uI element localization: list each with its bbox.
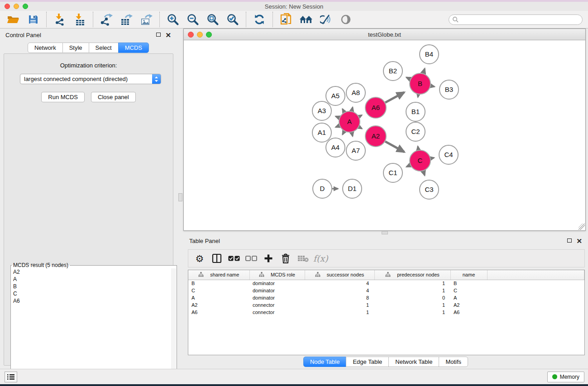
result-item-C[interactable]: C: [11, 290, 177, 297]
zoom-fit-button[interactable]: [205, 12, 220, 27]
table-row-B[interactable]: Bdominator41B: [188, 280, 584, 287]
cell[interactable]: A6: [450, 309, 487, 316]
graph-edge-A2-C[interactable]: [385, 142, 404, 152]
column-header-predecessor-nodes[interactable]: predecessor nodes: [374, 270, 450, 280]
delete-column-button[interactable]: [279, 252, 292, 265]
open-session-button[interactable]: [5, 12, 21, 27]
float-panel-button[interactable]: [156, 32, 161, 38]
table-settings-button[interactable]: ⚙: [193, 252, 206, 265]
cell[interactable]: B: [450, 280, 487, 287]
cell[interactable]: 1: [374, 309, 450, 316]
table-row-A[interactable]: Adominator80A: [188, 294, 584, 301]
column-header-MCDS-role[interactable]: MCDS role: [249, 270, 305, 280]
graph-edge-B-B3[interactable]: [431, 86, 435, 87]
graph-edge-C-C2[interactable]: [418, 147, 418, 150]
close-panel-button[interactable]: ✕: [165, 32, 171, 38]
task-history-button[interactable]: [5, 372, 17, 382]
graph-edge-C-C4[interactable]: [431, 158, 434, 159]
table-row-A6[interactable]: A6connector11A6: [188, 309, 584, 316]
result-item-A2[interactable]: A2: [11, 268, 177, 276]
zoom-out-button[interactable]: [185, 12, 201, 27]
import-network-button[interactable]: [52, 12, 67, 27]
result-item-A6[interactable]: A6: [11, 297, 177, 305]
graph-node-A2[interactable]: A2: [365, 126, 386, 147]
graph-node-C3[interactable]: C3: [420, 180, 439, 199]
zoom-in-button[interactable]: [165, 12, 181, 27]
graph-node-B1[interactable]: B1: [406, 102, 425, 121]
graph-edge-A-A1[interactable]: [336, 126, 339, 127]
graph-edge-B-B4[interactable]: [423, 68, 425, 73]
tab-style[interactable]: Style: [62, 43, 89, 53]
cell[interactable]: A: [188, 294, 249, 301]
import-table-button[interactable]: [72, 12, 87, 27]
window-resize-grip[interactable]: [578, 224, 585, 230]
cell[interactable]: dominator: [249, 280, 305, 287]
cell[interactable]: C: [450, 287, 487, 294]
cell[interactable]: 1: [374, 287, 450, 294]
graph-edge-C-C1[interactable]: [406, 165, 410, 167]
graph-node-A4[interactable]: A4: [326, 138, 345, 157]
graph-edge-B-B1[interactable]: [418, 95, 418, 97]
float-table-panel-button[interactable]: [567, 238, 572, 243]
tab-edge-table[interactable]: Edge Table: [346, 357, 389, 367]
cell[interactable]: 4: [305, 280, 374, 287]
clone-network-button[interactable]: [278, 12, 294, 27]
graph-edge-A-A4[interactable]: [343, 131, 344, 134]
graph-node-A3[interactable]: A3: [312, 101, 331, 120]
cell[interactable]: A2: [450, 301, 487, 309]
function-builder-button[interactable]: f(x): [313, 252, 328, 265]
export-image-button[interactable]: [139, 12, 154, 27]
graph-edge-A6-B[interactable]: [385, 92, 404, 103]
birds-eye-view-button[interactable]: [338, 12, 354, 27]
network-window-titlebar[interactable]: testGlobe.txt: [184, 29, 585, 40]
cell[interactable]: B: [188, 280, 249, 287]
graph-node-C4[interactable]: C4: [439, 145, 458, 164]
graph-edge-A-A7[interactable]: [352, 132, 353, 136]
search-field[interactable]: [449, 14, 583, 25]
graph-node-B3[interactable]: B3: [440, 80, 459, 99]
graph-node-A5[interactable]: A5: [326, 86, 345, 105]
tab-network-table[interactable]: Network Table: [388, 357, 439, 367]
tab-mcds[interactable]: MCDS: [118, 43, 149, 53]
select-all-button[interactable]: [227, 252, 241, 265]
graph-node-A1[interactable]: A1: [312, 123, 331, 142]
graph-node-C2[interactable]: C2: [406, 122, 425, 141]
result-item-A[interactable]: A: [11, 276, 177, 283]
table-row-A2[interactable]: A2connector11A2: [188, 301, 584, 309]
graph-edge-A-A3[interactable]: [336, 116, 339, 118]
graph-node-A[interactable]: A: [339, 111, 360, 132]
tab-network[interactable]: Network: [28, 43, 63, 53]
table-row-C[interactable]: Cdominator41C: [188, 287, 584, 294]
refresh-network-button[interactable]: [252, 12, 267, 27]
graph-node-B[interactable]: B: [410, 73, 430, 94]
graph-node-A8[interactable]: A8: [346, 83, 365, 102]
cell[interactable]: 1: [374, 301, 450, 309]
column-header-successor-nodes[interactable]: successor nodes: [305, 270, 374, 280]
export-network-button[interactable]: [99, 12, 114, 27]
cell[interactable]: 0: [374, 294, 450, 301]
cell[interactable]: dominator: [249, 287, 305, 294]
save-session-button[interactable]: [25, 12, 41, 27]
graph-edge-A-A6[interactable]: [359, 115, 362, 116]
cell[interactable]: connector: [249, 309, 305, 316]
graph-edge-A-A8[interactable]: [352, 107, 353, 111]
graph-node-C1[interactable]: C1: [383, 163, 402, 182]
horizontal-divider-grip[interactable]: [382, 231, 388, 234]
cell[interactable]: 1: [374, 280, 450, 287]
cell[interactable]: 1: [305, 309, 374, 316]
tab-motifs[interactable]: Motifs: [439, 357, 468, 367]
graph-edge-A-A5[interactable]: [343, 109, 344, 112]
criterion-select[interactable]: largest connected component (directed): [20, 74, 161, 84]
cell[interactable]: 8: [305, 294, 374, 301]
result-item-B[interactable]: B: [11, 283, 177, 290]
show-columns-button[interactable]: [210, 252, 224, 265]
network-canvas[interactable]: B4B2BB3A5A8A6B1A3AC2A1A2A4A7C4CC1C3DD1: [184, 40, 585, 230]
graph-node-D[interactable]: D: [313, 179, 332, 198]
cell[interactable]: dominator: [249, 294, 305, 301]
search-input[interactable]: [459, 15, 582, 24]
mcds-result-list[interactable]: A2ABCA6: [11, 268, 177, 386]
graph-edge-A-A2[interactable]: [359, 127, 362, 129]
graph-edge-C-C3[interactable]: [423, 171, 425, 176]
cell[interactable]: connector: [249, 301, 305, 309]
memory-button[interactable]: Memory: [547, 372, 584, 382]
